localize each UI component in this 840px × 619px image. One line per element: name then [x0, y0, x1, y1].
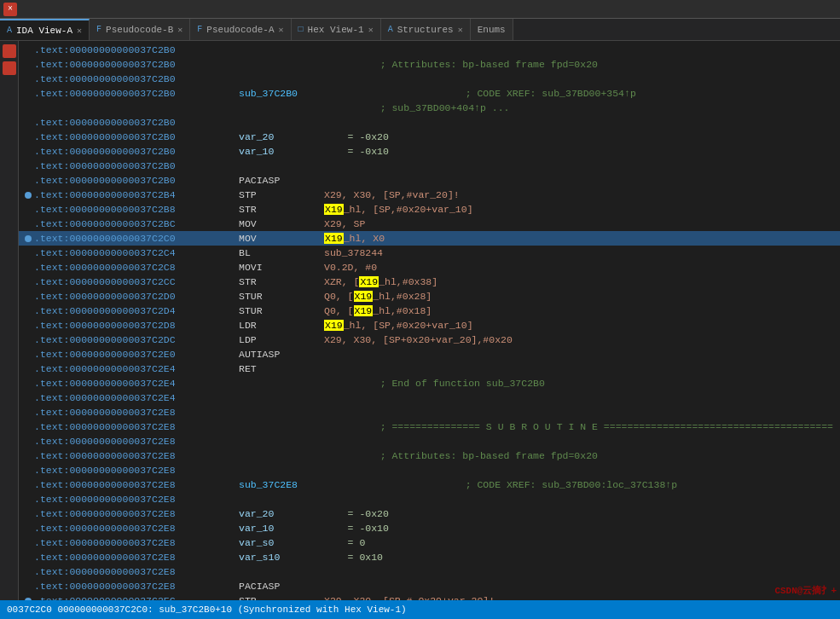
table-row[interactable]: .text:00000000000037C2E4RET: [19, 362, 840, 376]
table-row[interactable]: .text:00000000000037C2E8: [19, 405, 840, 419]
address: .text:00000000000037C2EC: [34, 595, 222, 600]
table-row[interactable]: .text:00000000000037C2E8: [19, 434, 840, 448]
operands: X29, X30, [SP,#-0x20+var_20]!: [324, 595, 495, 600]
mnemonic: BL: [239, 247, 324, 258]
code-view: .text:00000000000037C2B0.text:0000000000…: [19, 41, 840, 600]
address: .text:00000000000037C2E8: [34, 465, 222, 476]
table-row[interactable]: .text:00000000000037C2D0STURQ0, [X19_hl,…: [19, 289, 840, 304]
table-row[interactable]: .text:00000000000037C2B0 ; Attributes: b…: [19, 57, 840, 72]
table-row[interactable]: .text:00000000000037C2E8 ; =============…: [19, 419, 840, 434]
mnemonic: STP: [239, 189, 324, 200]
tab-enums[interactable]: Enums: [471, 19, 513, 41]
comment: ; End of function sub_37C2B0: [239, 378, 545, 389]
operands: X29, X30, [SP+0x20+var_20],#0x20: [324, 334, 513, 345]
address: .text:00000000000037C2B0: [34, 44, 222, 55]
mnemonic: PACIASP: [239, 581, 324, 592]
mnemonic: MOVI: [239, 262, 324, 273]
tab-close-pb[interactable]: ✕: [177, 25, 182, 35]
tab-pseudocode-b[interactable]: F Pseudocode-B ✕: [90, 19, 190, 41]
tab-structures[interactable]: A Structures ✕: [381, 19, 471, 41]
table-row[interactable]: .text:00000000000037C2E8PACIASP: [19, 579, 840, 593]
table-row[interactable]: .text:00000000000037C2D4STURQ0, [X19_hl,…: [19, 304, 840, 318]
table-row[interactable]: .text:00000000000037C2E8var_s0 = 0: [19, 535, 840, 550]
address: .text:00000000000037C2E8: [34, 407, 222, 418]
operands: X19_hl, [SP,#0x20+var_10]: [324, 320, 473, 331]
address: .text:00000000000037C2C4: [34, 247, 222, 258]
sub-label: sub_37C2E8: [239, 479, 324, 490]
address: .text:00000000000037C2E8: [34, 494, 222, 505]
title-bar: ×: [0, 0, 840, 19]
table-row[interactable]: .text:00000000000037C2E8 ; Attributes: b…: [19, 448, 840, 463]
table-row[interactable]: .text:00000000000037C2E8: [19, 564, 840, 579]
table-row[interactable]: .text:00000000000037C2C4BLsub_378244: [19, 246, 840, 260]
table-row[interactable]: .text:00000000000037C2B0: [19, 72, 840, 86]
tab-ida-view[interactable]: A IDA View-A ✕: [0, 19, 90, 41]
mnemonic: STR: [239, 276, 324, 287]
address: .text:00000000000037C2B0: [34, 73, 222, 84]
table-row[interactable]: .text:00000000000037C2B0var_10 = -0x10: [19, 144, 840, 159]
code-scroll[interactable]: .text:00000000000037C2B0.text:0000000000…: [19, 41, 840, 600]
sidebar-btn-2[interactable]: [3, 61, 16, 75]
table-row[interactable]: .text:00000000000037C2E8var_s10 = 0x10: [19, 550, 840, 564]
operands: X29, SP: [324, 218, 365, 229]
operands: X29, X30, [SP,#var_20]!: [324, 189, 460, 200]
sidebar-btn-1[interactable]: [3, 44, 16, 58]
var-label: var_20: [239, 131, 324, 142]
table-row[interactable]: .text:00000000000037C2E8var_10 = -0x10: [19, 521, 840, 535]
table-row[interactable]: .text:00000000000037C2B4STPX29, X30, [SP…: [19, 188, 840, 202]
table-row[interactable]: .text:00000000000037C2C0MOVX19_hl, X0: [19, 231, 840, 246]
table-row[interactable]: .text:00000000000037C2E8sub_37C2E8 ; COD…: [19, 477, 840, 492]
tab-close-pa[interactable]: ✕: [279, 25, 284, 35]
table-row[interactable]: ; sub_37BD00+404↑p ...: [19, 101, 840, 115]
table-row[interactable]: .text:00000000000037C2E4 ; End of functi…: [19, 376, 840, 390]
address: .text:00000000000037C2B8: [34, 204, 222, 215]
address: .text:00000000000037C2CC: [34, 276, 222, 287]
operands: XZR, [X19_hl,#0x38]: [324, 276, 437, 287]
address: .text:00000000000037C2B0: [34, 146, 222, 157]
tab-icon-hex: □: [298, 25, 304, 34]
table-row[interactable]: .text:00000000000037C2B0sub_37C2B0 ; COD…: [19, 86, 840, 101]
table-row[interactable]: .text:00000000000037C2CCSTRXZR, [X19_hl,…: [19, 275, 840, 289]
table-row[interactable]: .text:00000000000037C2BCMOVX29, SP: [19, 217, 840, 231]
table-row[interactable]: .text:00000000000037C2ECSTPX29, X30, [SP…: [19, 593, 840, 600]
table-row[interactable]: .text:00000000000037C2D8LDRX19_hl, [SP,#…: [19, 318, 840, 333]
table-row[interactable]: .text:00000000000037C2B0: [19, 115, 840, 130]
sub-label: sub_37C2B0: [239, 88, 324, 99]
operands: = -0x20: [324, 508, 389, 519]
table-row[interactable]: .text:00000000000037C2E4: [19, 390, 840, 405]
table-row[interactable]: .text:00000000000037C2B0var_20 = -0x20: [19, 130, 840, 144]
close-button[interactable]: ×: [3, 3, 17, 16]
tab-icon-str: A: [388, 25, 393, 34]
breakpoint-dot: [25, 192, 32, 199]
breakpoint-dot: [25, 598, 32, 601]
mnemonic: STR: [239, 204, 324, 215]
table-row[interactable]: .text:00000000000037C2C8MOVIV0.2D, #0: [19, 260, 840, 275]
mnemonic: LDP: [239, 334, 324, 345]
comment: ; =============== S U B R O U T I N E ==…: [239, 421, 833, 432]
address: .text:00000000000037C2E8: [34, 552, 222, 563]
status-bar: 0037C2C0 000000000037C2C0: sub_37C2B0+10…: [0, 600, 840, 619]
tab-hex-view[interactable]: □ Hex View-1 ✕: [292, 19, 381, 41]
address: .text:00000000000037C2B0: [34, 131, 222, 142]
table-row[interactable]: .text:00000000000037C2B0: [19, 159, 840, 173]
address: .text:00000000000037C2B4: [34, 189, 222, 200]
table-row[interactable]: .text:00000000000037C2E0AUTIASP: [19, 347, 840, 362]
table-row[interactable]: .text:00000000000037C2B0: [19, 43, 840, 57]
operands: sub_378244: [324, 247, 383, 258]
tab-close-st[interactable]: ✕: [458, 25, 463, 35]
table-row[interactable]: .text:00000000000037C2B0PACIASP: [19, 173, 840, 188]
tab-icon-f1: F: [96, 25, 101, 34]
address: .text:00000000000037C2E4: [34, 378, 222, 389]
operands: V0.2D, #0: [324, 262, 377, 273]
breakpoint-dot: [25, 235, 32, 242]
address: .text:00000000000037C2B0: [34, 175, 222, 186]
tab-close-hv[interactable]: ✕: [368, 25, 374, 35]
table-row[interactable]: .text:00000000000037C2B8STRX19_hl, [SP,#…: [19, 202, 840, 217]
tab-close-ida[interactable]: ✕: [77, 26, 82, 36]
tab-pseudocode-a[interactable]: F Pseudocode-A ✕: [190, 19, 291, 41]
table-row[interactable]: .text:00000000000037C2E8: [19, 463, 840, 477]
table-row[interactable]: .text:00000000000037C2E8var_20 = -0x20: [19, 506, 840, 521]
mnemonic: PACIASP: [239, 175, 324, 186]
table-row[interactable]: .text:00000000000037C2E8: [19, 492, 840, 506]
table-row[interactable]: .text:00000000000037C2DCLDPX29, X30, [SP…: [19, 333, 840, 347]
